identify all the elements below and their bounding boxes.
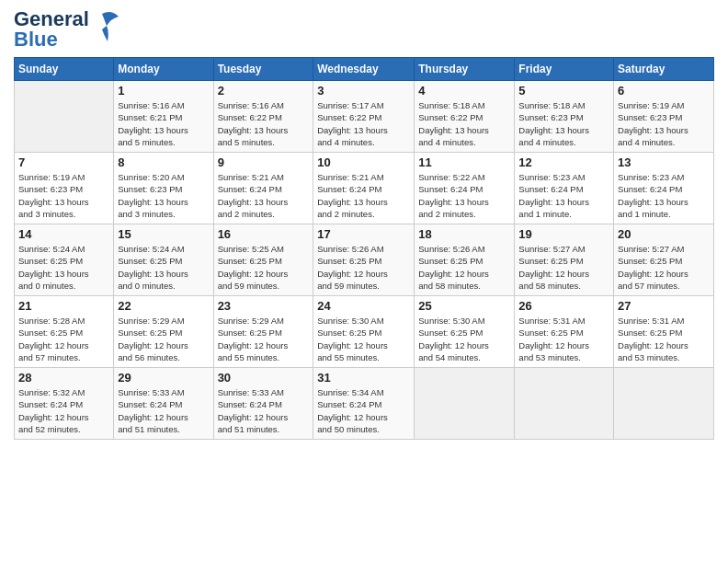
- calendar-cell: 25Sunrise: 5:30 AM Sunset: 6:25 PM Dayli…: [415, 296, 515, 368]
- day-info: Sunrise: 5:31 AM Sunset: 6:25 PM Dayligh…: [618, 315, 710, 363]
- calendar-cell: 21Sunrise: 5:28 AM Sunset: 6:25 PM Dayli…: [15, 296, 114, 368]
- day-number: 28: [18, 371, 109, 385]
- day-info: Sunrise: 5:27 AM Sunset: 6:25 PM Dayligh…: [518, 243, 609, 292]
- day-number: 2: [218, 84, 310, 98]
- calendar-cell: 5Sunrise: 5:18 AM Sunset: 6:23 PM Daylig…: [515, 81, 614, 153]
- calendar-table: SundayMondayTuesdayWednesdayThursdayFrid…: [14, 57, 714, 440]
- calendar-cell: 31Sunrise: 5:34 AM Sunset: 6:24 PM Dayli…: [313, 368, 415, 440]
- day-number: 5: [518, 84, 609, 98]
- day-info: Sunrise: 5:19 AM Sunset: 6:23 PM Dayligh…: [618, 99, 710, 148]
- day-info: Sunrise: 5:22 AM Sunset: 6:24 PM Dayligh…: [418, 171, 510, 220]
- calendar-cell: 2Sunrise: 5:16 AM Sunset: 6:22 PM Daylig…: [213, 81, 313, 153]
- calendar-cell: 4Sunrise: 5:18 AM Sunset: 6:22 PM Daylig…: [415, 81, 515, 153]
- logo: General Blue: [14, 9, 120, 50]
- day-number: 17: [317, 227, 410, 241]
- logo-blue: Blue: [14, 28, 58, 51]
- day-info: Sunrise: 5:28 AM Sunset: 6:25 PM Dayligh…: [18, 315, 109, 363]
- week-row-1: 7Sunrise: 5:19 AM Sunset: 6:23 PM Daylig…: [15, 153, 714, 224]
- weekday-header-tuesday: Tuesday: [213, 58, 313, 81]
- weekday-header-saturday: Saturday: [614, 58, 714, 81]
- day-number: 8: [118, 155, 209, 169]
- week-row-3: 21Sunrise: 5:28 AM Sunset: 6:25 PM Dayli…: [15, 296, 714, 368]
- calendar-cell: 10Sunrise: 5:21 AM Sunset: 6:24 PM Dayli…: [313, 153, 415, 224]
- calendar-cell: 22Sunrise: 5:29 AM Sunset: 6:25 PM Dayli…: [114, 296, 213, 368]
- day-info: Sunrise: 5:23 AM Sunset: 6:24 PM Dayligh…: [618, 171, 710, 220]
- day-number: 13: [618, 155, 710, 169]
- day-info: Sunrise: 5:33 AM Sunset: 6:24 PM Dayligh…: [218, 386, 310, 435]
- day-number: 7: [18, 155, 109, 169]
- calendar-cell: 28Sunrise: 5:32 AM Sunset: 6:24 PM Dayli…: [15, 368, 114, 440]
- calendar-container: General Blue SundayMondayTuesdayWednesda…: [0, 0, 728, 449]
- calendar-cell: 8Sunrise: 5:20 AM Sunset: 6:23 PM Daylig…: [114, 153, 213, 224]
- calendar-cell: [515, 368, 614, 440]
- day-info: Sunrise: 5:16 AM Sunset: 6:21 PM Dayligh…: [118, 99, 209, 148]
- weekday-header-sunday: Sunday: [15, 58, 114, 81]
- weekday-header-row: SundayMondayTuesdayWednesdayThursdayFrid…: [15, 58, 714, 81]
- day-info: Sunrise: 5:18 AM Sunset: 6:23 PM Dayligh…: [518, 99, 609, 148]
- calendar-cell: [614, 368, 714, 440]
- calendar-cell: 15Sunrise: 5:24 AM Sunset: 6:25 PM Dayli…: [114, 224, 213, 296]
- calendar-cell: 1Sunrise: 5:16 AM Sunset: 6:21 PM Daylig…: [114, 81, 213, 153]
- calendar-cell: 26Sunrise: 5:31 AM Sunset: 6:25 PM Dayli…: [515, 296, 614, 368]
- calendar-cell: 3Sunrise: 5:17 AM Sunset: 6:22 PM Daylig…: [313, 81, 415, 153]
- day-info: Sunrise: 5:33 AM Sunset: 6:24 PM Dayligh…: [118, 386, 209, 435]
- day-info: Sunrise: 5:27 AM Sunset: 6:25 PM Dayligh…: [618, 243, 710, 292]
- calendar-cell: 17Sunrise: 5:26 AM Sunset: 6:25 PM Dayli…: [313, 224, 415, 296]
- calendar-cell: 27Sunrise: 5:31 AM Sunset: 6:25 PM Dayli…: [614, 296, 714, 368]
- day-number: 31: [317, 371, 410, 385]
- day-number: 18: [418, 227, 510, 241]
- week-row-0: 1Sunrise: 5:16 AM Sunset: 6:21 PM Daylig…: [15, 81, 714, 153]
- weekday-header-thursday: Thursday: [415, 58, 515, 81]
- day-number: 25: [418, 299, 510, 313]
- day-number: 11: [418, 155, 510, 169]
- day-number: 6: [618, 84, 710, 98]
- day-info: Sunrise: 5:29 AM Sunset: 6:25 PM Dayligh…: [118, 315, 209, 363]
- day-info: Sunrise: 5:31 AM Sunset: 6:25 PM Dayligh…: [518, 315, 609, 363]
- calendar-cell: 14Sunrise: 5:24 AM Sunset: 6:25 PM Dayli…: [15, 224, 114, 296]
- day-number: 3: [317, 84, 410, 98]
- calendar-cell: 16Sunrise: 5:25 AM Sunset: 6:25 PM Dayli…: [213, 224, 313, 296]
- day-info: Sunrise: 5:24 AM Sunset: 6:25 PM Dayligh…: [18, 243, 109, 292]
- week-row-2: 14Sunrise: 5:24 AM Sunset: 6:25 PM Dayli…: [15, 224, 714, 296]
- calendar-cell: 9Sunrise: 5:21 AM Sunset: 6:24 PM Daylig…: [213, 153, 313, 224]
- day-info: Sunrise: 5:16 AM Sunset: 6:22 PM Dayligh…: [218, 99, 310, 148]
- day-number: 20: [618, 227, 710, 241]
- calendar-cell: 11Sunrise: 5:22 AM Sunset: 6:24 PM Dayli…: [415, 153, 515, 224]
- day-number: 23: [218, 299, 310, 313]
- day-info: Sunrise: 5:19 AM Sunset: 6:23 PM Dayligh…: [18, 171, 109, 220]
- calendar-cell: [415, 368, 515, 440]
- calendar-cell: [15, 81, 114, 153]
- day-info: Sunrise: 5:20 AM Sunset: 6:23 PM Dayligh…: [118, 171, 209, 220]
- day-info: Sunrise: 5:24 AM Sunset: 6:25 PM Dayligh…: [118, 243, 209, 292]
- logo-bird-icon: [93, 9, 120, 46]
- day-info: Sunrise: 5:29 AM Sunset: 6:25 PM Dayligh…: [218, 315, 310, 363]
- day-number: 26: [518, 299, 609, 313]
- header: General Blue: [14, 9, 714, 50]
- day-number: 30: [218, 371, 310, 385]
- day-number: 4: [418, 84, 510, 98]
- calendar-cell: 23Sunrise: 5:29 AM Sunset: 6:25 PM Dayli…: [213, 296, 313, 368]
- weekday-header-friday: Friday: [515, 58, 614, 81]
- day-number: 10: [317, 155, 410, 169]
- day-number: 14: [18, 227, 109, 241]
- calendar-cell: 7Sunrise: 5:19 AM Sunset: 6:23 PM Daylig…: [15, 153, 114, 224]
- day-number: 27: [618, 299, 710, 313]
- day-info: Sunrise: 5:21 AM Sunset: 6:24 PM Dayligh…: [317, 171, 410, 220]
- day-info: Sunrise: 5:23 AM Sunset: 6:24 PM Dayligh…: [518, 171, 609, 220]
- day-info: Sunrise: 5:32 AM Sunset: 6:24 PM Dayligh…: [18, 386, 109, 435]
- day-number: 24: [317, 299, 410, 313]
- calendar-cell: 13Sunrise: 5:23 AM Sunset: 6:24 PM Dayli…: [614, 153, 714, 224]
- day-info: Sunrise: 5:17 AM Sunset: 6:22 PM Dayligh…: [317, 99, 410, 148]
- day-number: 19: [518, 227, 609, 241]
- day-number: 21: [18, 299, 109, 313]
- calendar-cell: 24Sunrise: 5:30 AM Sunset: 6:25 PM Dayli…: [313, 296, 415, 368]
- calendar-cell: 20Sunrise: 5:27 AM Sunset: 6:25 PM Dayli…: [614, 224, 714, 296]
- calendar-cell: 19Sunrise: 5:27 AM Sunset: 6:25 PM Dayli…: [515, 224, 614, 296]
- calendar-cell: 30Sunrise: 5:33 AM Sunset: 6:24 PM Dayli…: [213, 368, 313, 440]
- day-number: 12: [518, 155, 609, 169]
- day-number: 1: [118, 84, 209, 98]
- day-info: Sunrise: 5:26 AM Sunset: 6:25 PM Dayligh…: [317, 243, 410, 292]
- calendar-cell: 29Sunrise: 5:33 AM Sunset: 6:24 PM Dayli…: [114, 368, 213, 440]
- day-info: Sunrise: 5:30 AM Sunset: 6:25 PM Dayligh…: [418, 315, 510, 363]
- day-number: 16: [218, 227, 310, 241]
